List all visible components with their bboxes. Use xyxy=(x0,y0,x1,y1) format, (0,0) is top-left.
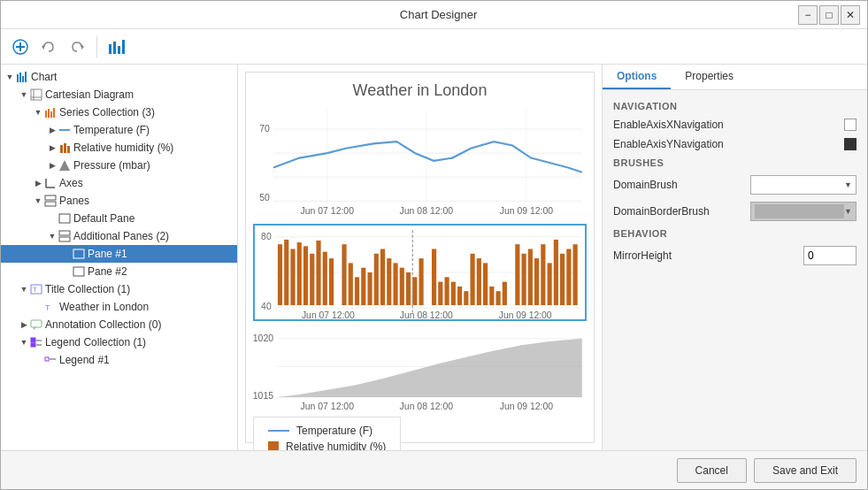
legend-item-humidity: Relative humidity (%) xyxy=(268,440,386,450)
bar-chart-panel: 80 40 xyxy=(253,224,587,321)
tree-item-title-col[interactable]: T Title Collection (1) xyxy=(1,280,237,298)
tree-item-legend-col[interactable]: Legend Collection (1) xyxy=(1,333,237,351)
svg-rect-97 xyxy=(522,254,526,305)
domain-brush-arrow: ▼ xyxy=(844,180,852,189)
svg-text:40: 40 xyxy=(261,302,272,311)
svg-rect-23 xyxy=(67,146,70,153)
humidity-series-icon xyxy=(58,141,72,155)
svg-rect-72 xyxy=(349,263,353,305)
expand-additional-panes[interactable] xyxy=(47,231,58,241)
tree-item-axes[interactable]: Axes xyxy=(1,174,237,192)
tree-item-pane2-label: Pane #2 xyxy=(88,265,127,278)
minimize-button[interactable]: − xyxy=(798,5,818,25)
legend-item-temp: Temperature (F) xyxy=(268,425,386,437)
svg-rect-21 xyxy=(60,145,63,153)
svg-text:1015: 1015 xyxy=(253,391,273,401)
tree-item-pane1[interactable]: Pane #1 xyxy=(1,245,237,263)
pane2-icon xyxy=(72,264,86,279)
svg-rect-19 xyxy=(53,108,55,118)
svg-rect-12 xyxy=(25,72,27,82)
tree-item-humidity[interactable]: Relative humidity (%) xyxy=(1,139,237,157)
main-content: Chart Cartesian Diagram Series C xyxy=(1,65,867,450)
expand-annotation[interactable] xyxy=(19,319,29,330)
expand-pressure[interactable] xyxy=(47,160,58,171)
expand-series[interactable] xyxy=(33,107,43,118)
legend1-icon xyxy=(43,353,58,367)
toolbar xyxy=(1,29,867,65)
tree-item-series-col[interactable]: Series Collection (3) xyxy=(1,103,237,121)
chart-legend: Temperature (F) Relative humidity (%) Pr… xyxy=(253,417,401,450)
cancel-button[interactable]: Cancel xyxy=(677,458,747,483)
tree-item-legend1[interactable]: Legend #1 xyxy=(1,351,237,369)
annotation-icon xyxy=(29,318,43,332)
expand-legend[interactable] xyxy=(19,337,29,348)
tree-container: Chart Cartesian Diagram Series C xyxy=(1,65,237,372)
tree-item-panes[interactable]: Panes xyxy=(1,192,237,210)
expand-cartesian[interactable] xyxy=(19,89,29,100)
svg-rect-64 xyxy=(290,249,295,306)
redo-button[interactable] xyxy=(65,34,89,59)
tree-item-annotation-col[interactable]: Annotation Collection (0) xyxy=(1,316,237,333)
svg-text:50: 50 xyxy=(259,192,270,203)
svg-marker-4 xyxy=(81,44,84,50)
svg-rect-77 xyxy=(380,249,385,306)
tree-item-cartesian[interactable]: Cartesian Diagram xyxy=(1,86,237,103)
maximize-button[interactable]: □ xyxy=(819,5,839,25)
svg-rect-5 xyxy=(109,44,111,54)
expand-axes[interactable] xyxy=(33,178,43,188)
tab-options[interactable]: Options xyxy=(603,65,671,89)
svg-rect-65 xyxy=(297,242,302,305)
expand-chart[interactable] xyxy=(4,72,15,82)
default-pane-icon xyxy=(58,211,72,226)
tree-item-temperature[interactable]: Temperature (F) xyxy=(1,121,237,139)
svg-rect-74 xyxy=(361,268,365,305)
enable-axis-y-checkbox[interactable] xyxy=(844,138,856,150)
svg-rect-95 xyxy=(503,282,507,306)
legend-label-temp: Temperature (F) xyxy=(296,425,373,437)
svg-rect-101 xyxy=(548,263,552,305)
close-button[interactable]: ✕ xyxy=(841,5,860,25)
title-bar: Chart Designer − □ ✕ xyxy=(1,1,867,29)
svg-rect-82 xyxy=(412,277,417,305)
mirror-height-label: MirrorHeight xyxy=(613,249,803,262)
svg-rect-8 xyxy=(122,40,125,54)
tree-item-chart-label: Chart xyxy=(31,71,57,83)
svg-rect-68 xyxy=(316,241,320,305)
svg-rect-100 xyxy=(541,244,545,305)
svg-rect-90 xyxy=(470,254,474,305)
svg-rect-89 xyxy=(464,291,468,305)
svg-rect-18 xyxy=(50,111,52,118)
mirror-height-input[interactable]: 0 xyxy=(803,246,856,265)
svg-text:80: 80 xyxy=(261,232,272,241)
window-controls: − □ ✕ xyxy=(798,5,860,25)
window-title: Chart Designer xyxy=(79,8,798,21)
tree-item-additional-panes[interactable]: Additional Panes (2) xyxy=(1,227,237,245)
svg-rect-32 xyxy=(73,249,84,258)
expand-panes[interactable] xyxy=(33,195,43,206)
tab-properties[interactable]: Properties xyxy=(671,65,748,89)
tree-item-weather-title[interactable]: T Weather in London xyxy=(1,298,237,316)
svg-rect-86 xyxy=(444,277,449,305)
tree-item-default-pane[interactable]: Default Pane xyxy=(1,210,237,227)
tree-item-chart[interactable]: Chart xyxy=(1,68,237,86)
enable-axis-x-checkbox[interactable] xyxy=(844,119,856,131)
enable-axis-y-label: EnableAxisYNavigation xyxy=(613,138,844,150)
expand-temp[interactable] xyxy=(47,125,58,135)
expand-humidity[interactable] xyxy=(47,142,58,153)
svg-text:Jun 08 12:00: Jun 08 12:00 xyxy=(400,402,454,411)
chart-view-button[interactable] xyxy=(104,34,129,59)
tree-item-pane2[interactable]: Pane #2 xyxy=(1,263,237,280)
domain-brush-select[interactable]: ▼ xyxy=(750,175,856,195)
domain-border-brush-select[interactable]: ▼ xyxy=(750,202,856,221)
add-button[interactable] xyxy=(8,34,33,59)
expand-title[interactable] xyxy=(19,284,29,295)
panes-icon xyxy=(43,194,58,208)
enable-axis-x-row: EnableAxisXNavigation xyxy=(613,119,856,131)
left-panel: Chart Cartesian Diagram Series C xyxy=(1,65,238,450)
navigation-header: NAVIGATION xyxy=(613,101,856,111)
undo-button[interactable] xyxy=(36,34,61,59)
weather-title-icon: T xyxy=(43,300,58,314)
save-exit-button[interactable]: Save and Exit xyxy=(754,458,856,483)
svg-rect-84 xyxy=(432,249,436,306)
tree-item-pressure[interactable]: Pressure (mbar) xyxy=(1,157,237,174)
